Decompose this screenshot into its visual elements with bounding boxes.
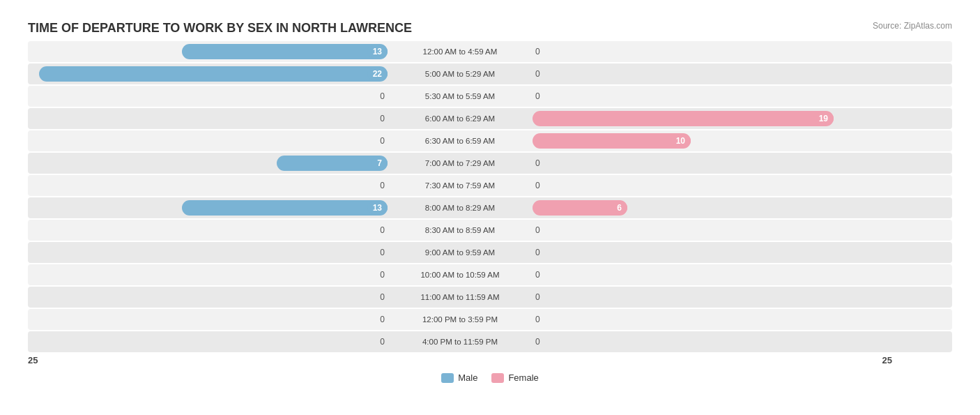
chart-row: 08:30 AM to 8:59 AM0 xyxy=(28,220,952,241)
female-side: 0 xyxy=(530,270,892,280)
male-badge: 13 xyxy=(367,202,388,214)
male-badge: 7 xyxy=(372,157,388,169)
time-label: 10:00 AM to 10:59 AM xyxy=(390,271,530,279)
male-zero-val: 0 xyxy=(380,248,385,257)
female-zero-val: 0 xyxy=(535,225,540,235)
chart-row: 011:00 AM to 11:59 AM0 xyxy=(28,287,952,308)
time-label: 9:00 AM to 9:59 AM xyxy=(390,248,530,257)
legend-male: Male xyxy=(441,372,477,383)
female-side: 0 xyxy=(530,315,892,324)
chart-row: 13 12:00 AM to 4:59 AM0 xyxy=(28,41,952,62)
legend-female: Female xyxy=(491,372,538,383)
female-side: 0 xyxy=(530,248,892,257)
legend-male-box xyxy=(441,373,454,383)
female-side: 0 xyxy=(530,91,892,101)
chart-row: 05:30 AM to 5:59 AM0 xyxy=(28,86,952,107)
bottom-axis: 25 25 xyxy=(28,355,952,365)
male-side: 7 xyxy=(28,156,390,171)
time-label: 8:30 AM to 8:59 AM xyxy=(390,226,530,234)
female-zero-val: 0 xyxy=(535,158,540,168)
female-zero-val: 0 xyxy=(535,181,540,190)
female-side: 0 xyxy=(530,292,892,302)
female-zero-val: 0 xyxy=(535,292,540,302)
male-bar: 7 xyxy=(277,156,388,171)
female-zero-val: 0 xyxy=(535,337,540,347)
male-side: 0 xyxy=(28,315,390,324)
male-side: 0 xyxy=(28,225,390,235)
chart-row: 06:00 AM to 6:29 AM 19 xyxy=(28,108,952,129)
male-side: 0 xyxy=(28,248,390,257)
female-side: 0 xyxy=(530,47,892,56)
female-side: 19 xyxy=(530,111,892,126)
female-zero-val: 0 xyxy=(535,270,540,280)
female-side: 0 xyxy=(530,69,892,79)
male-side: 0 xyxy=(28,270,390,280)
female-zero-val: 0 xyxy=(535,69,540,79)
male-badge: 13 xyxy=(367,45,388,58)
female-zero-val: 0 xyxy=(535,91,540,101)
time-label: 7:30 AM to 7:59 AM xyxy=(390,181,530,190)
male-zero-val: 0 xyxy=(380,91,385,101)
male-side: 0 xyxy=(28,337,390,347)
male-bar: 13 xyxy=(182,44,388,59)
time-label: 12:00 AM to 4:59 AM xyxy=(390,47,530,56)
female-bar: 19 xyxy=(533,111,834,126)
time-label: 4:00 PM to 11:59 PM xyxy=(390,338,530,346)
male-side: 0 xyxy=(28,292,390,302)
male-bar: 13 xyxy=(182,200,388,216)
chart-row: 13 8:00 AM to 8:29 AM 6 xyxy=(28,197,952,218)
chart-row: 010:00 AM to 10:59 AM0 xyxy=(28,264,952,285)
axis-left-label: 25 xyxy=(28,355,38,365)
female-bar: 6 xyxy=(533,200,627,216)
time-label: 7:00 AM to 7:29 AM xyxy=(390,159,530,167)
female-side: 0 xyxy=(530,337,892,347)
male-zero-val: 0 xyxy=(380,225,385,235)
male-bar: 22 xyxy=(39,66,388,82)
legend-male-label: Male xyxy=(458,372,477,383)
male-side: 0 xyxy=(28,136,390,146)
legend-female-label: Female xyxy=(508,372,538,383)
chart-row: 7 7:00 AM to 7:29 AM0 xyxy=(28,153,952,174)
female-badge: 6 xyxy=(611,202,627,214)
time-label: 8:00 AM to 8:29 AM xyxy=(390,204,530,212)
male-zero-val: 0 xyxy=(380,114,385,123)
male-badge: 22 xyxy=(367,68,388,80)
time-label: 6:00 AM to 6:29 AM xyxy=(390,114,530,123)
chart-row: 09:00 AM to 9:59 AM0 xyxy=(28,242,952,263)
female-side: 0 xyxy=(530,158,892,168)
female-badge: 10 xyxy=(671,135,691,147)
time-label: 5:00 AM to 5:29 AM xyxy=(390,70,530,78)
male-zero-val: 0 xyxy=(380,315,385,324)
female-side: 0 xyxy=(530,181,892,190)
male-zero-val: 0 xyxy=(380,337,385,347)
male-side: 13 xyxy=(28,44,390,59)
chart-row: 07:30 AM to 7:59 AM0 xyxy=(28,175,952,196)
time-label: 6:30 AM to 6:59 AM xyxy=(390,137,530,145)
source-label: Source: ZipAtlas.com xyxy=(873,21,952,31)
female-zero-val: 0 xyxy=(535,248,540,257)
female-side: 0 xyxy=(530,225,892,235)
time-label: 5:30 AM to 5:59 AM xyxy=(390,92,530,100)
female-bar: 10 xyxy=(533,133,691,149)
male-side: 0 xyxy=(28,114,390,123)
male-side: 0 xyxy=(28,91,390,101)
male-side: 0 xyxy=(28,181,390,190)
female-zero-val: 0 xyxy=(535,315,540,324)
axis-right-label: 25 xyxy=(882,355,892,365)
time-label: 11:00 AM to 11:59 AM xyxy=(390,293,530,301)
female-zero-val: 0 xyxy=(535,47,540,56)
male-zero-val: 0 xyxy=(380,181,385,190)
male-zero-val: 0 xyxy=(380,292,385,302)
female-side: 10 xyxy=(530,133,892,149)
female-badge: 19 xyxy=(813,112,834,125)
chart-row: 22 5:00 AM to 5:29 AM0 xyxy=(28,63,952,84)
female-side: 6 xyxy=(530,200,892,216)
male-side: 13 xyxy=(28,200,390,216)
chart-title: TIME OF DEPARTURE TO WORK BY SEX IN NORT… xyxy=(21,14,959,36)
time-label: 12:00 PM to 3:59 PM xyxy=(390,315,530,324)
legend: Male Female xyxy=(28,372,952,383)
chart-area: 13 12:00 AM to 4:59 AM0 22 5:00 AM to 5:… xyxy=(21,41,959,383)
male-zero-val: 0 xyxy=(380,136,385,146)
chart-row: 06:30 AM to 6:59 AM 10 xyxy=(28,130,952,151)
chart-row: 04:00 PM to 11:59 PM0 xyxy=(28,331,952,352)
